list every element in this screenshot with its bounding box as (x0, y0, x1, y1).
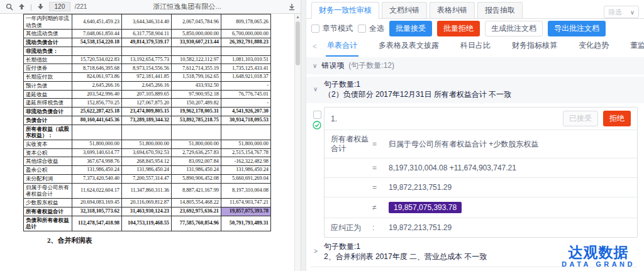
table-row: 归属于母公司所有者权益合计 11,624,022,604.17 11,347,8… (24, 183, 271, 198)
row-label: 其他流动负债 (24, 30, 72, 38)
chevron-left-icon[interactable]: < (313, 42, 317, 51)
equation-value: 19,872,213,751.29 (389, 223, 452, 232)
main-tab[interactable]: 报告抽取 (477, 2, 523, 18)
rule-subtab[interactable]: 单表合计 (326, 36, 358, 57)
pane-divider (301, 0, 306, 271)
error-group-header[interactable]: ∨ 句子数量:1 （2）负债部分 2017年12月31日 所有者权益合计 不一致 (306, 77, 644, 103)
equation-operator: = (372, 140, 389, 148)
table-row: 递延收益 203,542,996.40 207,105,889.65 97,90… (24, 90, 271, 99)
page-number-input[interactable] (49, 2, 70, 11)
download-icon[interactable] (287, 3, 296, 11)
row-label: 长期借款 (24, 55, 72, 64)
batch-action-button[interactable]: 生成批注文档 (485, 21, 543, 36)
row-label: 预计负债 (24, 81, 72, 90)
row-value-3: 97,900,952.18 (172, 90, 221, 99)
item-sentence-count: 句子数量:1 (324, 241, 635, 252)
reject-button[interactable]: 拒绝 (603, 111, 631, 126)
table-row: 非流动负债： (24, 47, 271, 55)
issue-card-header: 1. 已接受 拒绝 (325, 108, 637, 130)
row-value-1 (72, 47, 122, 55)
row-value-1: 3,699,140,614.77 (72, 148, 122, 157)
row-value-3: 5,890,906,452.08 (172, 174, 221, 183)
row-label: 实收资本 (24, 140, 72, 149)
collapsed-error-item[interactable]: > 句子数量:1 2、合并利润表 2017年度 二、营业总成本 不一致 (310, 238, 638, 267)
scrollbar-thumb[interactable] (296, 21, 300, 65)
page-up-icon[interactable] (18, 3, 26, 11)
results-scroll-area[interactable]: ∨ 错误项 (句子数量:12) ∨ 句子数量:1 （2）负债部分 2017年12… (306, 55, 644, 271)
document-scrollbar[interactable]: ▲ (294, 14, 301, 271)
main-tab[interactable]: 文档纠错 (382, 2, 427, 18)
row-value-4: 26,392,791,888.23 (221, 38, 271, 47)
row-value-4: 4,541,926,207.30 (221, 108, 271, 116)
table-row: 其他综合收益 367,674,998.76 268,845,954.12 83,… (24, 157, 271, 166)
row-value-2: 11,347,860,311.36 (122, 183, 172, 198)
rule-subtab[interactable]: 科目占比 (459, 36, 492, 57)
document-page[interactable]: 一年内到期的非流动负债 4,640,451,459.23 3,644,346,3… (0, 14, 294, 271)
row-label: 长期应付款 (24, 73, 72, 82)
row-value-2: 6,317,758,904.11 (122, 30, 172, 38)
page-down-icon[interactable] (36, 3, 45, 11)
row-value-4: 19,857,075,393.78 (221, 207, 271, 216)
equation-label: 所有者权益合计 (331, 135, 372, 153)
table-row: 资本公积 3,699,140,614.77 3,694,670,592.53 2… (24, 148, 271, 157)
main-tab[interactable]: 表格纠错 (430, 2, 475, 18)
row-value-3: 7,612,714,355.19 (172, 64, 221, 73)
row-label: 递延收益 (24, 90, 72, 99)
row-value-4: 30,934,718,095.53 (221, 116, 271, 124)
batch-action-button[interactable]: 导出批注文档 (548, 21, 606, 36)
filter-dropdown[interactable]: 筛选 ∨ (604, 6, 639, 18)
table-row: 所有者权益合计 32,318,105,773.62 31,463,930,124… (24, 207, 271, 216)
row-value-2: 31,463,930,124.23 (122, 207, 172, 216)
chevron-down-icon: ∨ (313, 86, 318, 92)
row-label: 所有者权益合计 (24, 207, 72, 216)
equation-operator: = (372, 183, 389, 192)
equation-row: ≠ 19,857,075,393.78 (325, 197, 637, 218)
batch-action-button[interactable]: 批量接受 (389, 21, 432, 36)
row-label: 归属于母公司所有者权益合计 (24, 183, 72, 198)
row-value-1: 131,986,450.24 (72, 166, 122, 175)
chapter-mode-checkbox[interactable] (311, 25, 319, 33)
row-value-1: 54,538,154,220.18 (72, 38, 122, 47)
document-title: 浙江恒逸集团有限公... (91, 2, 283, 11)
error-section-header[interactable]: ∨ 错误项 (句子数量:12) (306, 57, 644, 74)
rule-subtab[interactable]: 多表格及表文披露 (377, 36, 440, 57)
scrollbar-up-icon[interactable]: ▲ (295, 14, 301, 20)
section-count: (句子数量:12) (348, 60, 394, 71)
chevron-right-icon: > (314, 248, 318, 255)
collapsed-error-item[interactable]: > 句子数量:1 2、合并利润表 2018年度 三、营业利润（亏损以"-"号填列… (310, 267, 638, 271)
rule-subtab[interactable]: 财务指标核算 (511, 36, 558, 57)
pdf-viewer-pane: | /221 浙江恒逸集团有限公... 一年内到期的非流动负债 4,640,45… (0, 0, 301, 271)
row-value-1: 15,720,534,022.83 (72, 55, 122, 64)
equation-row: = 8,197,310,004.08 +11,674,903,747.21 (325, 158, 637, 177)
row-value-2: 23,474,809,805.15 (122, 108, 172, 116)
row-value-4: 6,700,000,000.00 (221, 30, 271, 38)
equation-value-wrap: 8,197,310,004.08 +11,674,903,747.21 (389, 163, 631, 172)
main-tab[interactable]: 财务一致性审核 (311, 2, 379, 19)
row-value-2: 3,694,670,592.53 (122, 148, 172, 157)
row-value-1: 8,718,646,395.68 (72, 64, 122, 73)
row-value-2: 8,973,154,556.56 (122, 64, 172, 73)
row-value-1: 25,622,287,425.18 (72, 108, 122, 116)
equation-label: 应纠正为 (331, 223, 372, 233)
equation-value: 19,872,213,751.29 (389, 183, 452, 192)
row-value-3: 433,932.50 (172, 81, 221, 90)
row-label: 其他综合收益 (24, 157, 72, 166)
row-value-2: 49,814,379,539.17 (122, 38, 172, 47)
accepted-button[interactable]: 已接受 (563, 111, 598, 126)
row-label: 负债合计 (24, 116, 72, 124)
row-value-3: 150,207,489.82 (172, 99, 221, 108)
issue-checkbox[interactable] (313, 111, 321, 119)
select-all-checkbox[interactable] (358, 25, 366, 33)
row-value-2: 207,105,889.65 (122, 90, 172, 99)
table-row: 应付债券 8,718,646,395.68 8,973,154,556.56 7… (24, 64, 271, 73)
row-value-1: 152,856,770.25 (72, 99, 122, 108)
row-value-1: 7,373,420,540.40 (72, 174, 122, 183)
row-value-3: 2,729,636,257.83 (172, 148, 221, 157)
rule-subtab[interactable]: 变化趋势 (577, 36, 610, 57)
item-title: 2、合并利润表 2017年度 二、营业总成本 不一致 (324, 252, 635, 262)
table-row: 一年内到期的非流动负债 4,640,451,459.23 3,644,346,3… (24, 14, 271, 30)
rule-subtab[interactable]: 董监高人员 (629, 36, 644, 57)
row-value-1: 367,674,998.76 (72, 157, 122, 166)
batch-action-button[interactable]: 批量拒绝 (437, 21, 480, 36)
zoom-icon[interactable] (5, 3, 13, 11)
